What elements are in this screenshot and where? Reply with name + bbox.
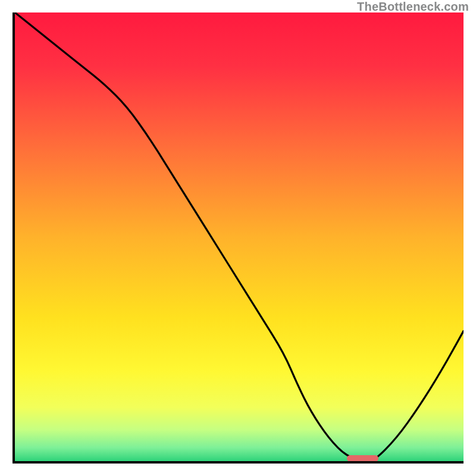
plot-area xyxy=(12,12,464,464)
bottleneck-curve xyxy=(15,12,464,461)
optimal-range-marker xyxy=(347,455,378,462)
bottleneck-chart: TheBottleneck.com xyxy=(0,0,476,476)
curve-layer xyxy=(15,12,464,461)
watermark-text: TheBottleneck.com xyxy=(357,0,469,14)
